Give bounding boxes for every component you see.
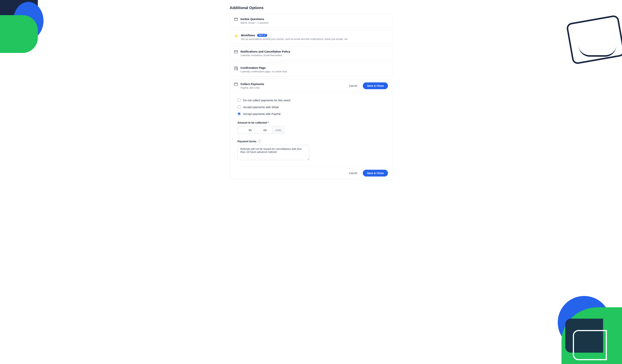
radio-paypal-label: Accept payments with PayPal [243, 112, 281, 115]
radio-stripe-input[interactable] [237, 105, 241, 109]
currency-label: USD [273, 126, 284, 134]
radio-paypal[interactable]: Accept payments with PayPal [237, 112, 385, 115]
amount-separator: . [254, 126, 257, 134]
svg-rect-6 [234, 83, 238, 86]
notifications-card[interactable]: Notifications and Cancellation Policy Ca… [230, 46, 392, 60]
payment-terms-textarea[interactable]: Refunds will not be issued for cancellat… [237, 145, 309, 160]
payment-terms-label-row: Payment terms ? [237, 140, 385, 143]
notifications-subtitle: Calendar Invitations, Email Reminders [240, 54, 388, 57]
footer-cancel-button[interactable]: Cancel [346, 170, 360, 176]
invitee-questions-card[interactable]: Invitee Questions Name, Email + 1 questi… [230, 14, 392, 28]
notifications-title: Notifications and Cancellation Policy [240, 50, 388, 53]
workflows-subtitle: Set up automations around your events, s… [241, 38, 388, 40]
collect-payments-header-left: Collect Payments PayPal, $35 USD [234, 82, 264, 89]
collect-payments-header-actions: Cancel Save & Close [346, 82, 388, 89]
collect-payments-title: Collect Payments [240, 82, 264, 86]
radio-no-payment-label: Do not collect payments for this event [243, 99, 291, 102]
radio-no-payment[interactable]: Do not collect payments for this event [237, 98, 385, 102]
amount-cents-input[interactable] [257, 126, 273, 134]
radio-paypal-input[interactable] [237, 112, 241, 115]
notifications-content: Notifications and Cancellation Policy Ca… [240, 50, 388, 57]
try-it-badge[interactable]: TRY IT [257, 34, 267, 37]
workflows-title: Workflows TRY IT [241, 34, 388, 37]
radio-no-payment-input[interactable] [237, 98, 241, 102]
confirmation-page-subtitle: Calendly confirmation page, no active li… [240, 70, 388, 73]
payment-radio-group: Do not collect payments for this event A… [237, 98, 385, 115]
amount-row: . USD [237, 126, 385, 134]
footer-save-close-button[interactable]: Save & Close [363, 170, 388, 176]
payment-terms-label-text: Payment terms [237, 140, 256, 143]
page-title: Additional Options [230, 6, 392, 10]
mail-icon [234, 50, 238, 54]
collect-payments-header: Collect Payments PayPal, $35 USD Cancel … [230, 79, 392, 93]
workflows-content: Workflows TRY IT Set up automations arou… [241, 34, 388, 40]
confirmation-page-content: Confirmation Page Calendly confirmation … [240, 66, 388, 73]
collect-payments-card: Collect Payments PayPal, $35 USD Cancel … [230, 79, 392, 180]
payment-terms-help-icon[interactable]: ? [258, 140, 261, 143]
collect-payments-subtitle: PayPal, $35 USD [240, 86, 264, 89]
amount-label: Amount to be collected * [237, 121, 385, 124]
card-icon [234, 18, 238, 22]
page-icon [234, 67, 238, 71]
invitee-questions-title: Invitee Questions [240, 17, 388, 20]
invitee-questions-content: Invitee Questions Name, Email + 1 questi… [240, 17, 388, 24]
main-content: Additional Options Invitee Questions Nam… [226, 0, 396, 187]
bolt-icon: ⚡ [234, 34, 238, 38]
confirmation-page-card[interactable]: Confirmation Page Calendly confirmation … [230, 62, 392, 77]
payments-body: Do not collect payments for this event A… [230, 93, 392, 167]
amount-dollars-input[interactable] [237, 126, 254, 134]
collect-payments-icon [234, 83, 238, 87]
svg-rect-0 [234, 18, 238, 20]
workflows-card[interactable]: ⚡ Workflows TRY IT Set up automations ar… [230, 30, 392, 44]
header-save-close-button[interactable]: Save & Close [363, 82, 388, 89]
confirmation-page-title: Confirmation Page [240, 66, 388, 69]
payments-footer: Cancel Save & Close [230, 167, 392, 180]
radio-stripe-label: Accept payments with Stripe [243, 105, 279, 109]
invitee-questions-subtitle: Name, Email + 1 question [240, 21, 388, 24]
collect-payments-title-group: Collect Payments PayPal, $35 USD [240, 82, 264, 89]
radio-stripe[interactable]: Accept payments with Stripe [237, 105, 385, 109]
header-cancel-button[interactable]: Cancel [346, 83, 360, 89]
